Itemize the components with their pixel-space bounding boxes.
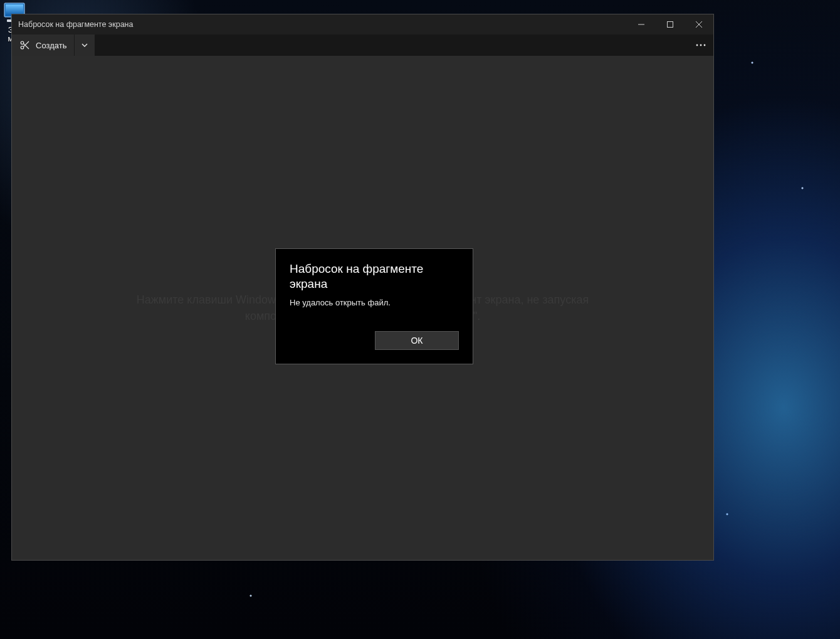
close-icon — [696, 21, 702, 28]
error-dialog: Набросок на фрагменте экрана Не удалось … — [275, 248, 473, 364]
dialog-message: Не удалось открыть файл. — [290, 298, 459, 307]
maximize-button[interactable] — [656, 14, 685, 34]
new-snip-label: Создать — [36, 41, 66, 50]
new-snip-dropdown[interactable] — [74, 34, 95, 56]
minimize-icon — [638, 21, 644, 28]
window-title: Набросок на фрагменте экрана — [12, 20, 133, 29]
svg-point-7 — [696, 45, 698, 46]
scissors-icon — [19, 40, 31, 51]
svg-rect-4 — [668, 22, 673, 28]
more-button[interactable] — [688, 34, 713, 56]
dialog-title: Набросок на фрагменте экрана — [290, 261, 459, 292]
svg-point-8 — [700, 45, 702, 46]
close-button[interactable] — [685, 14, 713, 34]
more-icon — [696, 44, 706, 46]
minimize-button[interactable] — [627, 14, 656, 34]
new-snip-button[interactable]: Создать — [12, 34, 74, 56]
toolbar: Создать — [12, 34, 713, 56]
snip-sketch-window: Набросок на фрагменте экрана Создать — [11, 14, 714, 561]
ok-button[interactable]: ОК — [375, 331, 459, 350]
svg-point-9 — [704, 45, 706, 46]
chevron-down-icon — [81, 42, 88, 48]
maximize-icon — [667, 21, 673, 28]
titlebar: Набросок на фрагменте экрана — [12, 14, 713, 34]
